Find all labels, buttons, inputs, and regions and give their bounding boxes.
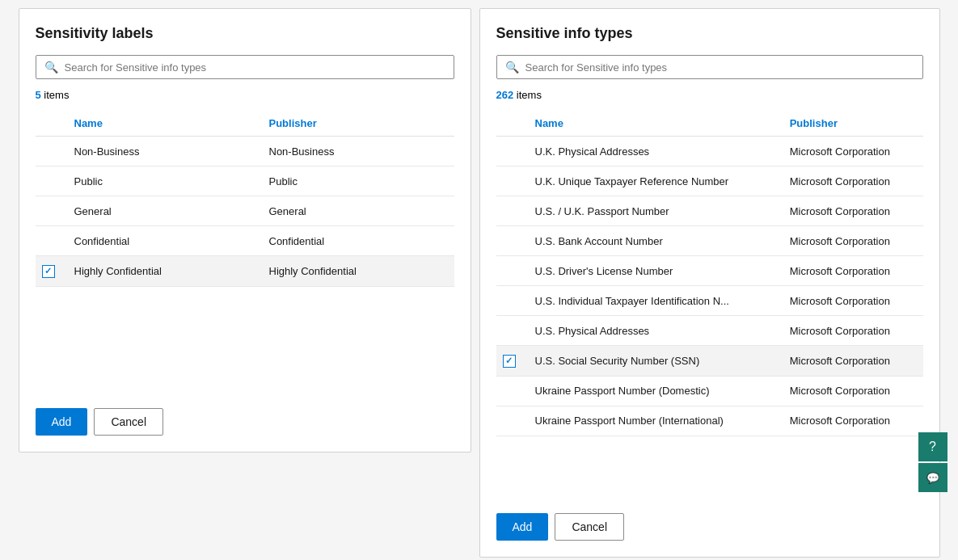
right-row-checkbox-cell[interactable] xyxy=(496,196,525,226)
right-checkbox-empty xyxy=(503,324,516,337)
right-checkbox-empty xyxy=(503,294,516,307)
right-row-publisher: Microsoft Corporation xyxy=(780,286,923,316)
right-row-checkbox-cell[interactable] xyxy=(496,376,525,406)
chat-icon-button[interactable]: 💬 xyxy=(918,463,947,492)
help-icon-button[interactable]: ? xyxy=(918,432,947,461)
right-checkbox-empty xyxy=(503,204,516,217)
right-button-row: Add Cancel xyxy=(496,507,923,541)
left-row-name: Highly Confidential xyxy=(65,256,260,287)
right-row-checkbox-cell[interactable] xyxy=(496,256,525,286)
left-search-box[interactable]: 🔍 xyxy=(36,55,454,79)
right-checkbox-empty xyxy=(503,234,516,247)
right-checkbox-empty xyxy=(503,264,516,277)
right-row-checkbox-cell[interactable] xyxy=(496,346,525,377)
right-row-publisher: Microsoft Corporation xyxy=(780,196,923,226)
left-row-publisher: Non-Business xyxy=(260,137,454,166)
right-add-button[interactable]: Add xyxy=(496,513,549,541)
right-row-name: U.K. Unique Taxpayer Reference Number xyxy=(525,166,780,196)
left-row-publisher: Highly Confidential xyxy=(260,256,454,287)
right-panel-title: Sensitive info types xyxy=(496,25,923,42)
left-row-checkbox-cell[interactable] xyxy=(36,166,65,196)
floating-sidebar: ? 💬 xyxy=(918,432,947,492)
right-cancel-button[interactable]: Cancel xyxy=(555,513,624,541)
left-row-checkbox-cell[interactable] xyxy=(36,256,65,287)
right-row-name: U.S. Driver's License Number xyxy=(525,256,780,286)
left-row-checkbox-cell[interactable] xyxy=(36,196,65,226)
right-row-name: U.S. / U.K. Passport Number xyxy=(525,196,780,226)
left-col-name: Name xyxy=(65,111,260,137)
left-row-publisher: General xyxy=(260,196,454,226)
left-col-publisher: Publisher xyxy=(260,111,454,137)
left-panel-title: Sensitivity labels xyxy=(36,25,454,42)
left-table-row[interactable]: GeneralGeneral xyxy=(36,196,454,226)
right-checkbox-empty xyxy=(503,145,516,158)
left-item-count: 5 items xyxy=(36,89,454,101)
left-table-row[interactable]: PublicPublic xyxy=(36,166,454,196)
left-count-number: 5 xyxy=(36,89,41,101)
right-row-name: U.S. Individual Taxpayer Identification … xyxy=(525,286,780,316)
right-table-row[interactable]: Ukraine Passport Number (Domestic)Micros… xyxy=(496,376,923,406)
left-cancel-button[interactable]: Cancel xyxy=(94,408,163,436)
right-row-publisher: Microsoft Corporation xyxy=(780,346,923,377)
right-row-checkbox-cell[interactable] xyxy=(496,226,525,256)
right-row-publisher: Microsoft Corporation xyxy=(780,137,923,166)
left-table-row[interactable]: Highly ConfidentialHighly Confidential xyxy=(36,256,454,287)
sensitivity-labels-panel: Sensitivity labels 🔍 5 items Name Publis… xyxy=(19,8,471,453)
left-row-checkbox-cell[interactable] xyxy=(36,137,65,166)
right-item-count: 262 items xyxy=(496,89,923,101)
left-checkbox-empty xyxy=(42,175,55,187)
right-col-checkbox xyxy=(496,111,525,137)
right-checkbox-empty xyxy=(503,385,516,398)
left-search-icon: 🔍 xyxy=(44,61,58,74)
right-checkbox-empty xyxy=(503,415,516,427)
left-table-container: Name Publisher Non-BusinessNon-BusinessP… xyxy=(36,111,454,392)
right-row-name: U.S. Social Security Number (SSN) xyxy=(525,346,780,377)
sensitive-info-types-panel: Sensitive info types 🔍 262 items Name Pu… xyxy=(479,8,940,558)
left-table: Name Publisher Non-BusinessNon-BusinessP… xyxy=(36,111,454,287)
left-table-row[interactable]: ConfidentialConfidential xyxy=(36,226,454,256)
left-checkbox-empty xyxy=(42,204,55,217)
left-count-label: items xyxy=(44,89,69,101)
left-row-name: Non-Business xyxy=(65,137,260,166)
right-table-row[interactable]: U.S. Bank Account NumberMicrosoft Corpor… xyxy=(496,226,923,256)
left-row-publisher: Confidential xyxy=(260,226,454,256)
right-checkbox-empty xyxy=(503,175,516,187)
right-row-publisher: Microsoft Corporation xyxy=(780,166,923,196)
right-table-row[interactable]: U.S. Social Security Number (SSN)Microso… xyxy=(496,346,923,377)
left-row-name: Confidential xyxy=(65,226,260,256)
left-col-checkbox xyxy=(36,111,65,137)
right-row-publisher: Microsoft Corporation xyxy=(780,316,923,346)
right-row-checkbox-cell[interactable] xyxy=(496,316,525,346)
right-row-checkbox-cell[interactable] xyxy=(496,137,525,166)
right-row-publisher: Microsoft Corporation xyxy=(780,226,923,256)
right-search-box[interactable]: 🔍 xyxy=(496,55,923,79)
right-row-checkbox-cell[interactable] xyxy=(496,166,525,196)
left-row-name: Public xyxy=(65,166,260,196)
right-search-icon: 🔍 xyxy=(505,61,519,74)
left-row-checkbox-cell[interactable] xyxy=(36,226,65,256)
right-table-row[interactable]: U.S. Driver's License NumberMicrosoft Co… xyxy=(496,256,923,286)
right-row-checkbox-cell[interactable] xyxy=(496,286,525,316)
right-table-row[interactable]: U.S. Individual Taxpayer Identification … xyxy=(496,286,923,316)
right-col-publisher: Publisher xyxy=(780,111,923,137)
left-checkbox-checked[interactable] xyxy=(42,265,55,278)
right-table-row[interactable]: U.S. / U.K. Passport NumberMicrosoft Cor… xyxy=(496,196,923,226)
right-table-row[interactable]: U.K. Unique Taxpayer Reference NumberMic… xyxy=(496,166,923,196)
right-table: Name Publisher U.K. Physical AddressesMi… xyxy=(496,111,923,436)
right-table-row[interactable]: Ukraine Passport Number (International)M… xyxy=(496,406,923,436)
right-row-name: Ukraine Passport Number (Domestic) xyxy=(525,376,780,406)
right-row-checkbox-cell[interactable] xyxy=(496,406,525,436)
left-button-row: Add Cancel xyxy=(36,402,454,436)
left-search-input[interactable] xyxy=(65,61,445,74)
right-row-name: U.S. Bank Account Number xyxy=(525,226,780,256)
left-checkbox-empty xyxy=(42,234,55,247)
left-add-button[interactable]: Add xyxy=(36,408,88,436)
right-table-container: Name Publisher U.K. Physical AddressesMi… xyxy=(496,111,923,497)
left-checkbox-empty xyxy=(42,145,55,158)
right-table-row[interactable]: U.K. Physical AddressesMicrosoft Corpora… xyxy=(496,137,923,166)
right-row-name: U.K. Physical Addresses xyxy=(525,137,780,166)
right-search-input[interactable] xyxy=(525,61,914,74)
right-table-row[interactable]: U.S. Physical AddressesMicrosoft Corpora… xyxy=(496,316,923,346)
left-table-row[interactable]: Non-BusinessNon-Business xyxy=(36,137,454,166)
right-checkbox-checked[interactable] xyxy=(503,355,516,368)
